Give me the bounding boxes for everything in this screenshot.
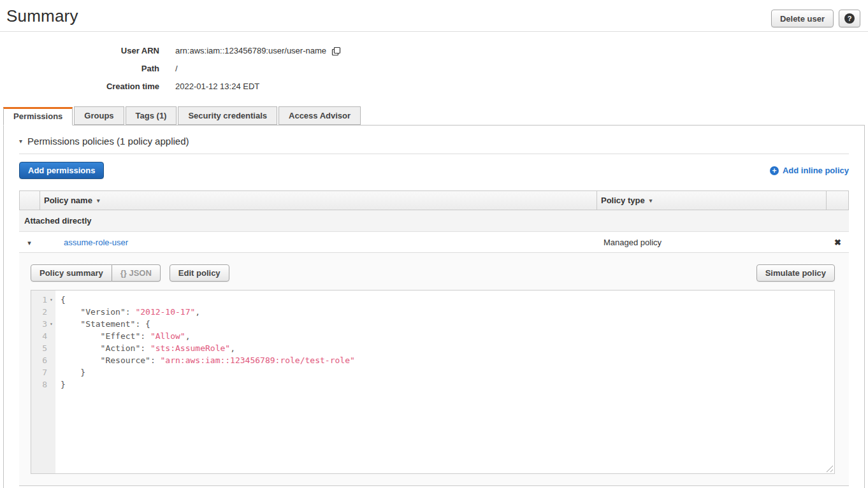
line-number: 8: [31, 378, 47, 391]
sort-icon: ▾: [649, 197, 653, 204]
creation-time-label: Creation time: [0, 78, 159, 96]
remove-policy-cell: ✖: [827, 238, 849, 247]
editor-lines: 1▾{2 "Version": "2012-10-17",3▾ "Stateme…: [31, 291, 834, 391]
policy-name-link[interactable]: assume-role-user: [64, 238, 128, 247]
topbar-buttons: Delete user ?: [771, 6, 860, 27]
resize-handle[interactable]: [825, 464, 833, 472]
tab-permissions[interactable]: Permissions: [3, 107, 73, 126]
line-number: 2: [31, 306, 47, 318]
code-line: }: [55, 378, 66, 391]
help-icon: ?: [844, 13, 855, 24]
delete-user-button[interactable]: Delete user: [771, 10, 834, 27]
add-inline-policy-label: Add inline policy: [783, 166, 849, 175]
line-number: 1: [31, 294, 47, 306]
remove-policy-icon[interactable]: ✖: [834, 238, 841, 247]
policy-type-header-label: Policy type: [601, 196, 645, 205]
fold-slot: [47, 330, 55, 342]
add-permissions-button[interactable]: Add permissions: [19, 162, 104, 179]
fold-icon[interactable]: ▾: [47, 318, 55, 330]
creation-time-value: 2022-01-12 13:24 EDT: [175, 78, 259, 96]
policy-table: Policy name ▾ Policy type ▾ Attached dir…: [19, 190, 849, 486]
line-number: 5: [31, 342, 47, 354]
editor-line: 7 }: [31, 366, 834, 378]
fold-slot: [47, 366, 55, 378]
line-number: 7: [31, 366, 47, 378]
policy-view-segmented-control: Policy summary {} JSON: [31, 264, 161, 282]
code-line: }: [55, 366, 85, 378]
policy-action-row: Add permissions + Add inline policy: [19, 162, 849, 179]
help-button[interactable]: ?: [839, 10, 860, 27]
policy-name-cell: assume-role-user: [40, 238, 597, 247]
code-line: "Statement": {: [55, 318, 150, 330]
editor-line: 2 "Version": "2012-10-17",: [31, 306, 834, 318]
sort-icon: ▾: [97, 197, 100, 204]
table-row: ▾ assume-role-user Managed policy ✖: [19, 232, 849, 253]
policy-detail-buttons: Policy summary {} JSON Edit policy Simul…: [31, 264, 835, 282]
policy-type-column-header[interactable]: Policy type ▾: [597, 191, 826, 210]
expander-column-header: [20, 191, 40, 210]
collapse-icon: ▾: [19, 138, 22, 145]
simulate-policy-button[interactable]: Simulate policy: [756, 264, 835, 282]
permissions-tab-panel: ▾ Permissions policies (1 policy applied…: [3, 125, 865, 488]
code-line: {: [55, 294, 66, 306]
user-arn-label: User ARN: [0, 42, 159, 60]
policy-detail-expanded: Policy summary {} JSON Edit policy Simul…: [19, 253, 849, 486]
code-line: "Effect": "Allow",: [55, 330, 191, 342]
table-group-row: Attached directly: [19, 210, 849, 232]
edit-policy-button[interactable]: Edit policy: [170, 264, 229, 282]
detail-row-creation-time: Creation time 2022-01-12 13:24 EDT: [0, 78, 868, 96]
line-number: 6: [31, 354, 47, 366]
remove-column-header: [826, 191, 848, 210]
user-arn-value: arn:aws:iam::123456789:user/user-name: [175, 42, 326, 60]
top-bar: Summary Delete user ?: [0, 0, 868, 27]
policy-table-header: Policy name ▾ Policy type ▾: [19, 190, 849, 210]
editor-line: 4 "Effect": "Allow",: [31, 330, 834, 342]
section-title: Permissions policies (1 policy applied): [27, 136, 189, 147]
add-inline-policy-link[interactable]: + Add inline policy: [770, 166, 849, 175]
chevron-down-icon: ▾: [27, 239, 31, 247]
editor-line: 8}: [31, 378, 834, 391]
detail-row-path: Path /: [0, 60, 868, 78]
section-divider: [19, 154, 849, 154]
fold-slot: [47, 378, 55, 391]
fold-slot: [47, 354, 55, 366]
user-details: User ARN arn:aws:iam::123456789:user/use…: [0, 32, 868, 96]
tab-groups[interactable]: Groups: [74, 106, 124, 125]
policy-name-header-label: Policy name: [44, 196, 92, 205]
page-title: Summary: [6, 6, 771, 26]
copy-icon[interactable]: [331, 47, 341, 56]
tab-bar: Permissions Groups Tags (1) Security cre…: [0, 106, 868, 125]
permissions-policies-section-header[interactable]: ▾ Permissions policies (1 policy applied…: [19, 136, 849, 147]
policy-summary-button[interactable]: Policy summary: [31, 264, 112, 282]
editor-line: 5 "Action": "sts:AssumeRole",: [31, 342, 834, 354]
fold-icon[interactable]: ▾: [47, 294, 55, 306]
json-view-button[interactable]: {} JSON: [112, 264, 161, 282]
editor-line: 6 "Resource": "arn:aws:iam::123456789:ro…: [31, 354, 834, 366]
row-expand-toggle[interactable]: ▾: [19, 238, 40, 247]
code-line: "Version": "2012-10-17",: [55, 306, 200, 318]
tab-access-advisor[interactable]: Access Advisor: [278, 106, 361, 125]
line-number: 4: [31, 330, 47, 342]
line-number: 3: [31, 318, 47, 330]
tab-tags[interactable]: Tags (1): [126, 106, 177, 125]
fold-slot: [47, 306, 55, 318]
code-line: "Action": "sts:AssumeRole",: [55, 342, 235, 354]
editor-line: 3▾ "Statement": {: [31, 318, 834, 330]
path-label: Path: [0, 60, 159, 78]
code-line: "Resource": "arn:aws:iam::123456789:role…: [55, 354, 355, 366]
detail-row-user-arn: User ARN arn:aws:iam::123456789:user/use…: [0, 42, 868, 60]
editor-line: 1▾{: [31, 294, 834, 306]
json-policy-editor[interactable]: 1▾{2 "Version": "2012-10-17",3▾ "Stateme…: [31, 290, 835, 474]
tab-security-credentials[interactable]: Security credentials: [178, 106, 277, 125]
path-value: /: [175, 60, 178, 78]
plus-icon: +: [770, 166, 779, 175]
policy-name-column-header[interactable]: Policy name ▾: [40, 191, 597, 210]
fold-slot: [47, 342, 55, 354]
policy-type-cell: Managed policy: [597, 238, 827, 247]
